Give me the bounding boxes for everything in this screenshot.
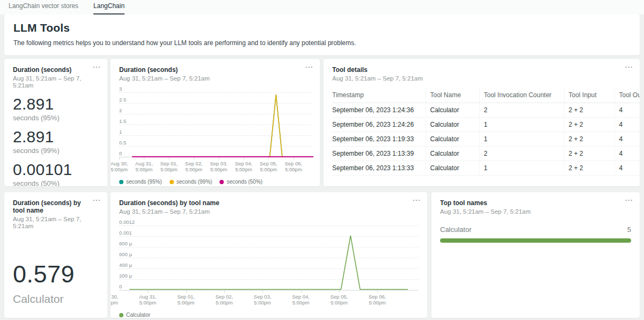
table-row: September 06, 2023 1:13:39Calculator22 +… [332, 147, 640, 161]
legend-item[interactable]: seconds (99%) [170, 179, 213, 185]
legend-label: seconds (95%) [126, 179, 162, 185]
facet-row-calculator: Calculator 5 [440, 226, 631, 234]
metric-95th: 2.891 seconds (95%) [13, 95, 99, 122]
ellipsis-menu-icon[interactable]: ⋯ [92, 195, 101, 205]
legend-label: seconds (99%) [177, 179, 213, 185]
table-cell: 1 [479, 132, 564, 147]
duration-by-tool-line-chart[interactable]: 0.00120.001800 µ600 µ400 µ200 µ0Aug 30, … [119, 220, 419, 305]
card-title: Duration (seconds) by tool name [13, 199, 99, 214]
x-axis-tick-label: Aug 31, 5:00pm [139, 294, 157, 306]
card-top-tool-names: Top tool names Aug 31, 5:21am – Sep 7, 5… [431, 192, 640, 318]
metric-label: Calculator [13, 293, 99, 306]
page-title: LLM Tools [13, 21, 631, 34]
tab-langchain-vector-stores[interactable]: LangChain vector stores [9, 2, 78, 14]
facet-bar-track [440, 238, 631, 243]
legend-dot-icon [170, 180, 174, 184]
table-cell: September 06, 2023 1:24:36 [332, 103, 426, 118]
legend-item[interactable]: seconds (50%) [219, 179, 262, 185]
table-cell: 4 [614, 147, 640, 161]
table-cell: 2 + 2 [564, 161, 614, 176]
x-axis-tick-label: Sep 02, 5:00pm [185, 161, 203, 172]
card-tool-details: Tool details Aug 31, 5:21am – Sep 7, 5:2… [324, 59, 640, 186]
x-axis-tick-label: Sep 03, 5:00pm [254, 294, 272, 306]
card-date-range: Aug 31, 5:21am – Sep 7, 5:21am [119, 75, 311, 82]
table-cell: 1 [479, 118, 564, 132]
metric-label: seconds (50%) [13, 179, 99, 186]
column-header[interactable]: Tool Input [564, 88, 614, 103]
table-row: September 06, 2023 1:13:33Calculator12 +… [332, 161, 640, 176]
table-cell: 2 + 2 [564, 132, 614, 147]
table-cell: September 06, 2023 1:13:33 [332, 161, 426, 176]
card-duration-by-tool-billboard: Duration (seconds) by tool name Aug 31, … [4, 192, 107, 318]
metric-label: seconds (95%) [13, 114, 99, 122]
ellipsis-menu-icon[interactable]: ⋯ [92, 62, 101, 72]
ellipsis-menu-icon[interactable]: ⋯ [305, 62, 313, 72]
chart-canvas [119, 220, 419, 292]
ellipsis-menu-icon[interactable]: ⋯ [625, 62, 633, 72]
x-axis-tick-label: Sep 01, 5:00pm [177, 294, 195, 306]
legend-label: Calculator [126, 312, 150, 318]
ellipsis-menu-icon[interactable]: ⋯ [412, 195, 421, 205]
x-axis-tick-label: Sep 01, 5:00pm [160, 161, 178, 172]
table-cell: 4 [614, 132, 640, 147]
table-cell: Calculator [426, 118, 479, 132]
table-cell: 2 [479, 103, 564, 118]
x-axis-tick-label: Sep 05, 5:00pm [260, 161, 277, 172]
table-cell: September 06, 2023 1:13:39 [332, 147, 426, 161]
x-axis-tick-label: Aug 31, 5:00pm [135, 161, 153, 172]
x-axis-tick-label: Sep 03, 5:00pm [210, 161, 228, 172]
page-header: LLM Tools The following metrics helps yo… [4, 14, 640, 55]
card-duration-billboard: Duration (seconds) Aug 31, 5:21am – Sep … [4, 59, 107, 186]
x-axis-tick-label: Sep 06, 5:00pm [369, 294, 386, 306]
card-duration-by-tool-chart: Duration (seconds) by tool name Aug 31, … [111, 192, 427, 318]
metric-value: 0.00101 [13, 161, 99, 179]
table-row: September 06, 2023 1:24:26Calculator12 +… [332, 118, 640, 132]
column-header[interactable]: Timestamp [332, 88, 426, 103]
table-cell: 2 [479, 147, 564, 161]
table-cell: Calculator [426, 161, 479, 176]
x-axis-tick-label: Sep 02, 5:00pm [216, 294, 233, 306]
card-title: Duration (seconds) [119, 66, 311, 74]
card-date-range: Aug 31, 5:21am – Sep 7, 5:21am [440, 208, 631, 215]
metric-value: 2.891 [13, 128, 99, 146]
card-duration-chart: Duration (seconds) Aug 31, 5:21am – Sep … [111, 59, 320, 186]
facet-bar[interactable] [440, 238, 631, 243]
card-title: Duration (seconds) by tool name [119, 199, 419, 207]
table-cell: September 06, 2023 1:24:26 [332, 118, 426, 132]
series-line [132, 94, 313, 157]
tab-langchain[interactable]: LangChain [93, 2, 125, 14]
table-cell: 2 + 2 [564, 118, 614, 132]
legend-item[interactable]: seconds (95%) [119, 179, 162, 185]
chart-legend: Calculator [119, 312, 419, 318]
table-cell: 2 + 2 [564, 147, 614, 161]
chart-canvas [119, 87, 311, 158]
card-date-range: Aug 31, 5:21am – Sep 7, 5:21am [13, 216, 99, 230]
duration-line-chart[interactable]: 32.521.510.50Aug 30, 5:00pmAug 31, 5:00p… [119, 87, 311, 172]
table-cell: 2 + 2 [564, 103, 614, 118]
table-row: September 06, 2023 1:24:36Calculator22 +… [332, 103, 640, 118]
metric-50th: 0.00101 seconds (50%) [13, 161, 99, 186]
page-description: The following metrics helps you to under… [13, 39, 631, 47]
tool-details-table: TimestampTool NameTool Invocation Counte… [332, 88, 640, 176]
facet-value: 5 [627, 226, 631, 234]
metric-value: 2.891 [13, 95, 99, 113]
card-title: Duration (seconds) [13, 66, 99, 74]
legend-item[interactable]: Calculator [119, 312, 150, 318]
x-axis-tick-label: Aug 30, 5:00pm [111, 294, 118, 306]
table-row: September 06, 2023 1:19:33Calculator12 +… [332, 132, 640, 147]
table-cell: 4 [614, 118, 640, 132]
ellipsis-menu-icon[interactable]: ⋯ [625, 195, 633, 205]
column-header[interactable]: Tool Name [426, 88, 479, 103]
series-line [129, 236, 408, 289]
card-date-range: Aug 31, 5:21am – Sep 7, 5:21am [119, 208, 419, 215]
chart-legend: seconds (95%)seconds (99%)seconds (50%) [119, 179, 311, 185]
column-header[interactable]: Tool Invocation Counter [479, 88, 564, 103]
column-header[interactable]: Tool Output [614, 88, 640, 103]
card-title: Tool details [332, 66, 631, 74]
facet-label: Calculator [440, 226, 472, 234]
table-cell: 4 [614, 161, 640, 176]
x-axis-tick-label: Aug 30, 5:00pm [111, 161, 128, 172]
table-cell: 1 [479, 161, 564, 176]
legend-dot-icon [219, 180, 224, 184]
x-axis-tick-label: Sep 05, 5:00pm [330, 294, 348, 306]
